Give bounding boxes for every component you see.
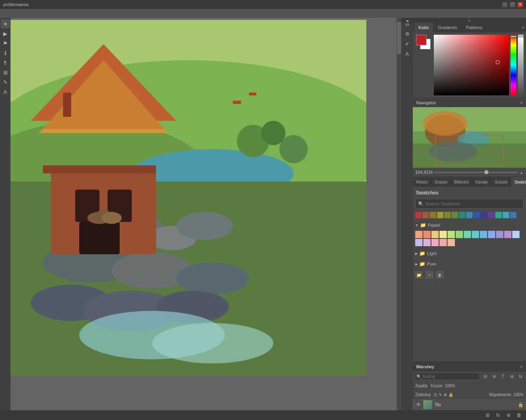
lock-icon-2[interactable]: ✎ [439, 393, 442, 397]
swatch-cell[interactable] [439, 231, 447, 238]
swatch-cell[interactable] [415, 212, 422, 218]
tab-sciezki[interactable]: Ścieżki [492, 177, 511, 187]
canvas-area[interactable] [11, 18, 401, 410]
layer-effects-btn[interactable]: fx [517, 373, 524, 380]
tool-grid[interactable]: ⊞ [1, 68, 10, 77]
swatch-cell[interactable] [464, 231, 471, 238]
tab-dopasowania[interactable]: Dopasi [431, 177, 451, 187]
tab-gradients[interactable]: Gradients [434, 23, 461, 32]
maximize-button[interactable]: ❐ [510, 2, 515, 7]
swatch-cell[interactable] [423, 231, 431, 238]
layer-rasterize-btn[interactable]: ⊟ [482, 373, 489, 380]
opacity-slider[interactable] [518, 35, 524, 95]
opacity-thumb[interactable] [518, 36, 524, 37]
swatch-cell[interactable] [488, 231, 495, 238]
swatch-cell[interactable] [431, 231, 439, 238]
nav-viewport-box[interactable] [435, 135, 503, 166]
status-delete-btn[interactable]: 🗑 [515, 412, 523, 419]
status-fx-btn[interactable]: fx [494, 412, 502, 419]
swatch-cell[interactable] [481, 212, 487, 218]
panel-collapse-top[interactable]: ◀ [401, 18, 413, 23]
tab-kanaly[interactable]: Kanały [472, 177, 492, 187]
navigator-thumbnail[interactable] [413, 107, 526, 168]
zoom-slider[interactable] [434, 172, 518, 173]
fg-color[interactable] [416, 35, 427, 45]
swatch-cell[interactable] [415, 231, 422, 238]
layers-menu-icon[interactable]: ≡ [520, 364, 523, 369]
swatch-cell[interactable] [495, 212, 502, 218]
layer-item[interactable]: 👁 Tło 🔒 [413, 399, 526, 410]
tab-swatches[interactable]: Swatches [511, 177, 526, 187]
tool-flag[interactable]: ⚑ [1, 39, 10, 48]
panel-menu-icon[interactable]: ≡ [522, 25, 524, 30]
swatch-cell[interactable] [512, 231, 520, 238]
layer-stop-btn[interactable]: ⊗ [490, 373, 498, 380]
status-add-btn[interactable]: ⊕ [505, 412, 512, 419]
swatch-cell[interactable] [452, 212, 458, 218]
swatch-cell[interactable] [439, 239, 447, 246]
zoom-thumb[interactable] [484, 170, 488, 174]
tab-kolor[interactable]: Kolor [414, 23, 433, 32]
hue-slider-thumb[interactable] [510, 36, 517, 37]
swatch-group-pure-header[interactable]: ▶ 📁 Pure [413, 260, 526, 268]
swatch-cell[interactable] [488, 212, 494, 218]
delete-swatch-btn[interactable]: 🗑 [436, 271, 444, 279]
tool-info[interactable]: ℹ [1, 49, 10, 57]
swatch-cell[interactable] [431, 239, 439, 246]
status-grid-btn[interactable]: ⊞ [484, 412, 491, 419]
tool-text[interactable]: A [1, 87, 10, 96]
swatch-cell[interactable] [504, 231, 511, 238]
rtool-type[interactable]: A [403, 50, 412, 59]
new-swatch-btn[interactable]: + [426, 271, 433, 279]
tab-vlastnosti[interactable]: Właści [413, 177, 431, 187]
canvas-scrollbar[interactable] [397, 18, 401, 410]
swatch-cell[interactable] [448, 239, 455, 246]
swatch-cell[interactable] [415, 239, 422, 246]
lock-icon-1[interactable]: ⊡ [434, 393, 437, 397]
tool-pen[interactable]: ✎ [1, 78, 10, 87]
swatch-cell[interactable] [472, 231, 479, 238]
swatch-cell[interactable] [444, 212, 451, 218]
swatch-cell[interactable] [473, 212, 480, 218]
swatch-group-pastel-header[interactable]: ▼ 📁 Pastel [413, 221, 526, 230]
hue-slider[interactable] [511, 35, 516, 95]
swatch-cell[interactable] [503, 212, 509, 218]
panel-collapse-handle[interactable]: ▲ [413, 18, 526, 23]
tool-paragraph[interactable]: ¶ [1, 58, 10, 67]
swatches-search-input[interactable] [425, 201, 521, 206]
new-folder-btn[interactable]: 📁 [415, 271, 422, 279]
swatch-cell[interactable] [510, 212, 516, 218]
layer-link-btn[interactable]: ⊕ [508, 373, 515, 380]
tab-patterns[interactable]: Patterns [462, 23, 486, 32]
close-button[interactable]: ✕ [518, 2, 523, 7]
lock-icon-3[interactable]: ⊕ [444, 393, 447, 397]
swatch-cell[interactable] [456, 231, 463, 238]
lock-icon-4[interactable]: 🔒 [448, 393, 453, 397]
tool-play[interactable]: ▶ [1, 29, 10, 38]
rtool-adjust[interactable]: ⚙ [403, 30, 412, 38]
swatch-cell[interactable] [423, 239, 431, 246]
layers-search-input[interactable] [422, 374, 443, 379]
tool-select[interactable]: ✦ [1, 19, 10, 28]
color-picker-handle[interactable] [496, 60, 500, 64]
fg-bg-colors[interactable] [416, 35, 431, 49]
swatch-cell[interactable] [430, 212, 436, 218]
navigator-menu[interactable]: ≡ [520, 100, 523, 105]
swatch-cell[interactable] [480, 231, 487, 238]
swatch-cell[interactable] [422, 212, 429, 218]
layer-visibility-icon[interactable]: 👁 [416, 402, 421, 407]
canvas-scrollbar-thumb[interactable] [397, 22, 401, 54]
layer-lock[interactable]: 🔒 [518, 402, 524, 407]
swatch-cell[interactable] [459, 212, 465, 218]
swatch-cell[interactable] [466, 212, 473, 218]
zoom-max-icon[interactable]: ▲ [520, 170, 524, 175]
rtool-brush[interactable]: ✐ [403, 40, 412, 49]
tab-biblioteki[interactable]: Bibliotot [451, 177, 473, 187]
layer-type-btn[interactable]: T [499, 373, 507, 380]
color-gradient[interactable] [434, 35, 509, 95]
swatch-cell[interactable] [448, 231, 455, 238]
swatch-group-light-header[interactable]: ▶ 📁 Light [413, 249, 526, 258]
swatch-cell[interactable] [437, 212, 444, 218]
minimize-button[interactable]: — [502, 2, 507, 7]
swatch-cell[interactable] [496, 231, 503, 238]
